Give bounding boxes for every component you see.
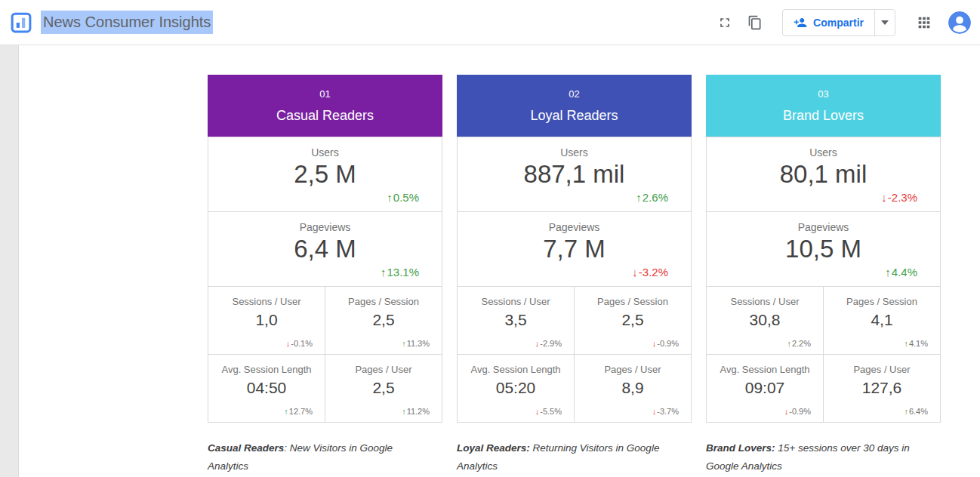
segment-title: Brand Lovers [783, 108, 864, 124]
metric-value: 05:20 [458, 379, 574, 397]
metric-label: Sessions / User [208, 287, 325, 307]
caret-down-icon [881, 20, 889, 25]
segment-header: 02 Loyal Readers [457, 75, 692, 137]
pages-per-user-scorecard: Pages / User 8,9 -3.7% [575, 355, 691, 422]
metric-row: Sessions / User 30,8 2.2% Pages / Sessio… [707, 287, 940, 355]
metric-value: 6,4 M [208, 235, 442, 263]
delta-value: -0.1% [291, 339, 313, 348]
pages-per-session-scorecard: Pages / Session 2,5 11.3% [325, 287, 442, 354]
metric-value: 80,1 mil [707, 160, 940, 189]
copy-icon [747, 15, 763, 30]
metric-label: Avg. Session Length [707, 355, 823, 375]
delta-value: 4.4% [892, 266, 917, 279]
metric-value: 2,5 [325, 311, 442, 329]
trend-arrow-icon [881, 191, 887, 204]
delta-value: -0.9% [789, 407, 811, 416]
delta-value: 2.6% [643, 191, 668, 204]
share-button[interactable]: Compartir [782, 9, 895, 36]
scorecard-group: Users 2,5 M 0.5% Pageviews 6,4 M 13.1% S… [208, 137, 442, 423]
metric-label: Avg. Session Length [458, 355, 574, 375]
metric-row: Avg. Session Length 04:50 12.7% Pages / … [208, 355, 442, 422]
delta-value: 11.3% [407, 339, 430, 348]
delta-value: 6.4% [909, 407, 928, 416]
metric-label: Pages / Session [824, 287, 940, 307]
trend-arrow-icon [632, 266, 638, 279]
share-options-caret[interactable] [875, 10, 895, 35]
metric-value: 7,7 M [458, 235, 691, 263]
segment-header: 03 Brand Lovers [706, 75, 941, 137]
metric-delta: 2.2% [787, 339, 811, 348]
pages-per-session-scorecard: Pages / Session 2,5 -0.9% [575, 287, 691, 354]
trend-arrow-icon [904, 339, 908, 348]
metric-delta: -0.1% [286, 339, 313, 348]
segment-note: Casual Readers: New Visitors in Google A… [208, 439, 436, 475]
sessions-per-user-scorecard: Sessions / User 30,8 2.2% [707, 287, 824, 354]
delta-value: -2.9% [540, 339, 562, 348]
metric-delta: 4.4% [885, 266, 917, 279]
share-button-label: Compartir [813, 17, 864, 29]
delta-value: 12.7% [289, 407, 313, 416]
delta-value: 13.1% [387, 266, 419, 279]
delta-value: -0.9% [657, 339, 679, 348]
metric-value: 4,1 [824, 311, 940, 329]
metric-value: 887,1 mil [458, 160, 691, 189]
canvas-left-gutter [0, 45, 19, 477]
metric-row: Avg. Session Length 05:20 -5.5% Pages / … [458, 355, 691, 422]
trend-arrow-icon [652, 339, 657, 348]
report-title[interactable]: News Consumer Insights [41, 11, 213, 34]
note-term: Loyal Readers: [457, 442, 530, 454]
trend-arrow-icon [402, 407, 406, 416]
metric-label: Pageviews [208, 212, 442, 233]
segment-column-casual-readers: 01 Casual Readers Users 2,5 M 0.5% Pagev… [208, 75, 442, 475]
share-button-main[interactable]: Compartir [783, 10, 874, 35]
metric-label: Pages / User [325, 355, 442, 375]
delta-value: 11.2% [407, 407, 430, 416]
metric-value: 30,8 [707, 311, 823, 329]
metric-label: Sessions / User [458, 287, 574, 307]
avg-session-length-scorecard: Avg. Session Length 09:07 -0.9% [707, 355, 824, 422]
pageviews-scorecard: Pageviews 10,5 M 4.4% [707, 212, 940, 287]
segment-number: 02 [569, 88, 579, 100]
data-studio-logo-icon[interactable] [9, 11, 33, 35]
metric-label: Pageviews [458, 212, 691, 233]
metric-delta: 11.3% [402, 339, 430, 348]
metric-delta: -3.7% [652, 407, 679, 416]
note-term: Brand Lovers: [706, 442, 775, 454]
delta-value: -2.3% [888, 191, 917, 204]
avg-session-length-scorecard: Avg. Session Length 05:20 -5.5% [458, 355, 575, 422]
delta-value: 4.1% [909, 339, 928, 348]
trend-arrow-icon [652, 407, 657, 416]
trend-arrow-icon [402, 339, 406, 348]
trend-arrow-icon [784, 407, 789, 416]
metric-delta: 0.5% [387, 191, 419, 204]
segment-header: 01 Casual Readers [208, 75, 442, 137]
sessions-per-user-scorecard: Sessions / User 3,5 -2.9% [458, 287, 575, 354]
trend-arrow-icon [787, 339, 791, 348]
pageviews-scorecard: Pageviews 7,7 M -3.2% [458, 212, 691, 287]
metric-delta: 6.4% [904, 407, 928, 416]
metric-label: Pages / Session [325, 287, 442, 307]
delta-value: 2.2% [792, 339, 811, 348]
user-avatar[interactable] [948, 11, 971, 34]
segment-column-brand-lovers: 03 Brand Lovers Users 80,1 mil -2.3% Pag… [706, 75, 941, 475]
copy-button[interactable] [743, 11, 767, 35]
metric-delta: -2.9% [535, 339, 562, 348]
apps-grid-icon [916, 14, 932, 31]
trend-arrow-icon [381, 266, 387, 279]
metric-label: Users [707, 137, 940, 158]
metric-delta: 12.7% [284, 407, 313, 416]
metric-row: Sessions / User 1,0 -0.1% Pages / Sessio… [208, 287, 442, 355]
app-header: News Consumer Insights Compartir [0, 0, 980, 45]
person-add-icon [794, 16, 807, 29]
metric-value: 09:07 [707, 379, 823, 397]
metric-delta: -5.5% [535, 407, 562, 416]
delta-value: -3.7% [657, 407, 679, 416]
metric-value: 2,5 [575, 311, 691, 329]
metric-delta: -2.3% [881, 191, 917, 204]
note-term: Casual Readers [208, 442, 284, 454]
fullscreen-button[interactable] [713, 11, 737, 35]
apps-grid-button[interactable] [912, 11, 936, 35]
metric-delta: 13.1% [381, 266, 419, 279]
trend-arrow-icon [284, 407, 288, 416]
metric-row: Avg. Session Length 09:07 -0.9% Pages / … [707, 355, 940, 422]
